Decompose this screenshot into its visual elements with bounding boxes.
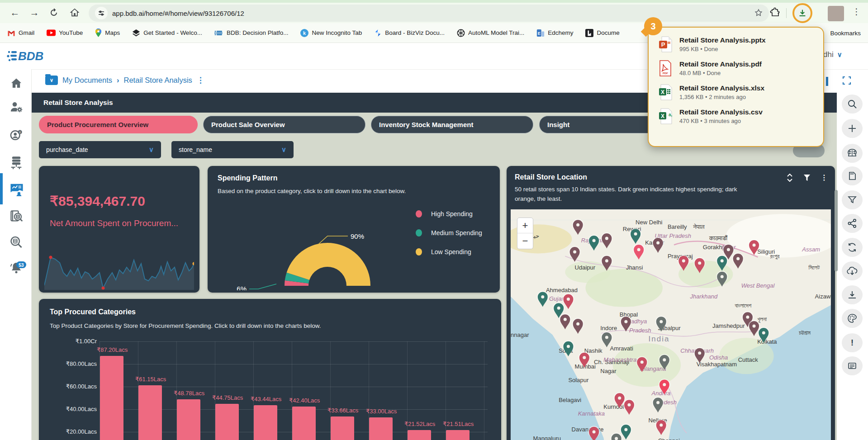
bookmark-openai[interactable]: AutoML Model Trai... xyxy=(457,29,524,37)
tab-product-sale-overview[interactable]: Product Sale Overview xyxy=(203,116,365,133)
download-file-name[interactable]: Retail Store Analysis.csv xyxy=(679,108,763,116)
folder-icon[interactable]: ∨ xyxy=(45,76,58,85)
sidebar-item-dashboards[interactable] xyxy=(9,183,23,196)
bar-segment[interactable] xyxy=(177,399,200,440)
zoom-in-button[interactable]: + xyxy=(517,218,533,233)
reload-button[interactable] xyxy=(45,4,62,21)
search-icon xyxy=(847,99,858,109)
legend-item[interactable]: High Spending xyxy=(416,210,482,218)
bookmark-layers[interactable]: Get Started - Welco... xyxy=(132,29,202,37)
map-label: Nagar xyxy=(600,368,617,374)
bar-segment[interactable] xyxy=(100,356,123,440)
bar-segment[interactable] xyxy=(215,404,239,440)
bar-segment[interactable] xyxy=(369,417,393,440)
memory-card-icon xyxy=(847,170,858,181)
home-button[interactable] xyxy=(66,4,83,21)
rail-comments-button[interactable] xyxy=(842,356,863,375)
back-button[interactable]: ← xyxy=(6,4,24,21)
zoom-out-button[interactable]: − xyxy=(517,233,533,249)
map-menu-icon[interactable]: ⋮ xyxy=(821,173,828,182)
bar-segment[interactable] xyxy=(331,416,354,440)
forward-button[interactable]: → xyxy=(26,4,43,21)
expand-sort-icon[interactable] xyxy=(786,174,793,182)
legend-dot xyxy=(416,248,422,255)
sidebar-item-search-data[interactable] xyxy=(9,236,23,249)
rail-add-button[interactable] xyxy=(842,119,863,138)
filter-store_name[interactable]: store_name∨ xyxy=(171,141,294,158)
profile-avatar[interactable] xyxy=(828,6,844,21)
download-item[interactable]: X Retail Store Analysis.xlsx 1,356 KB • … xyxy=(659,82,817,103)
sidebar-item-user-settings[interactable] xyxy=(9,100,23,114)
bar-segment[interactable] xyxy=(138,385,162,440)
download-item[interactable]: Xa, Retail Store Analysis.csv 470 KB • 3… xyxy=(659,106,817,127)
site-info-icon[interactable] xyxy=(95,7,108,19)
breadcrumb-root[interactable]: My Documents xyxy=(62,76,112,85)
bar-segment[interactable] xyxy=(408,430,431,440)
url-text[interactable]: app.bdb.ai/home/#/home/view/93126706/12 xyxy=(112,9,244,17)
bookmark-bdb[interactable]: BDB: Decision Platfo... xyxy=(214,29,289,37)
breadcrumb-menu-icon[interactable]: ⋮ xyxy=(197,76,204,85)
sidebar-item-home[interactable] xyxy=(9,77,23,90)
filter-icon[interactable] xyxy=(803,174,811,181)
rail-cloud-download-button[interactable] xyxy=(842,261,863,280)
rail-search-button[interactable] xyxy=(842,95,863,114)
bdb-logo[interactable]: BDB xyxy=(6,47,61,66)
hidden-toolbar-icon[interactable] xyxy=(826,77,828,86)
breadcrumb-current[interactable]: Retail Store Analysis xyxy=(124,76,192,85)
spending-donut-chart[interactable]: 90% 6% xyxy=(217,200,416,290)
bookmark-incognito[interactable]: kNew Incognito Tab xyxy=(300,29,362,37)
rail-theme-palette-button[interactable] xyxy=(842,309,863,328)
url-bar[interactable]: app.bdb.ai/home/#/home/view/93126706/12 xyxy=(89,5,769,22)
sidebar-item-data-catalog[interactable] xyxy=(9,210,23,223)
bar-segment[interactable] xyxy=(254,405,277,440)
browser-menu-icon[interactable]: ⋮ xyxy=(852,6,861,17)
bookmark-gmail[interactable]: Gmail xyxy=(7,29,34,37)
bookmark-youtube[interactable]: YouTube xyxy=(47,29,83,36)
bar-segment[interactable] xyxy=(292,407,316,440)
filter-label: purchase_date xyxy=(46,146,88,153)
rail-download-button[interactable] xyxy=(842,285,863,304)
rail-ai-brain-button[interactable] xyxy=(842,144,863,163)
download-file-name[interactable]: Retail Store Analysis.pptx xyxy=(679,36,766,44)
bookmark-maps[interactable]: Maps xyxy=(95,28,120,37)
download-item[interactable]: PDF Retail Store Analysis.pdf 48.0 MB • … xyxy=(659,58,817,79)
ai-brain-icon xyxy=(846,148,858,159)
map-label: West Bengal xyxy=(741,282,775,289)
map-label: Amravati xyxy=(610,345,633,352)
fullscreen-icon[interactable] xyxy=(842,76,851,85)
top-procured-card[interactable]: Top Procured Categories Top Product Cate… xyxy=(39,299,501,440)
sidebar-item-data-store[interactable] xyxy=(9,156,23,169)
bookmarks-folder[interactable]: Bookmarks xyxy=(830,23,861,43)
download-item[interactable]: P Retail Store Analysis.pptx 995 KB • Do… xyxy=(659,34,817,55)
tab-product-procurement-overview[interactable]: Product Procurement Overview xyxy=(39,116,198,133)
map-viewport[interactable]: + − New DelhiRewariBareillyनेपालकाठमाडौं… xyxy=(511,209,831,440)
tab-inventory-stock-management[interactable]: Inventory Stock Management xyxy=(371,116,533,133)
legend-item[interactable]: Medium Spending xyxy=(416,229,482,237)
rail-memory-card-button[interactable] xyxy=(842,166,863,185)
bookmark-star-icon[interactable] xyxy=(754,8,764,18)
sidebar-item-user-insights[interactable]: i xyxy=(9,129,23,142)
download-file-name[interactable]: Retail Store Analysis.xlsx xyxy=(679,84,764,92)
home-icon xyxy=(70,8,80,18)
kpi-card[interactable]: ₹85,394,467.70 Net Amount Spent on Procu… xyxy=(39,166,199,293)
bookmark-edchemy[interactable]: EEdchemy xyxy=(536,29,573,37)
bar-segment[interactable] xyxy=(446,430,470,440)
india-map[interactable]: New DelhiRewariBareillyनेपालकाठमाडौंGora… xyxy=(511,209,831,440)
reload-icon xyxy=(49,8,58,17)
scrollbar-thumb[interactable] xyxy=(835,190,838,271)
bar-value-label: ₹44.75Lacs xyxy=(212,394,243,401)
extensions-icon[interactable] xyxy=(770,7,781,18)
spending-pattern-card[interactable]: Spending Pattern Based on the product ca… xyxy=(208,166,500,293)
rail-filter-button[interactable] xyxy=(842,190,863,209)
legend-item[interactable]: Low Spending xyxy=(416,248,482,255)
store-location-card[interactable]: Retail Store Location 50 retail stores s… xyxy=(507,166,835,440)
bar-chart[interactable]: ₹1.00Cr₹80.00Lacs₹60.00Lacs₹40.00Lacs₹20… xyxy=(39,299,501,440)
filter-purchase_date[interactable]: purchase_date∨ xyxy=(39,141,161,158)
downloads-button[interactable] xyxy=(792,3,812,23)
rail-refresh-button[interactable] xyxy=(842,238,863,257)
rail-alert-button[interactable]: ! xyxy=(842,333,863,352)
download-file-name[interactable]: Retail Store Analysis.pdf xyxy=(679,60,762,68)
rail-share-button[interactable] xyxy=(842,214,863,233)
bookmark-jira[interactable]: Board - BizViz Docu... xyxy=(374,29,445,37)
bookmark-docs[interactable]: Docume xyxy=(585,29,619,37)
